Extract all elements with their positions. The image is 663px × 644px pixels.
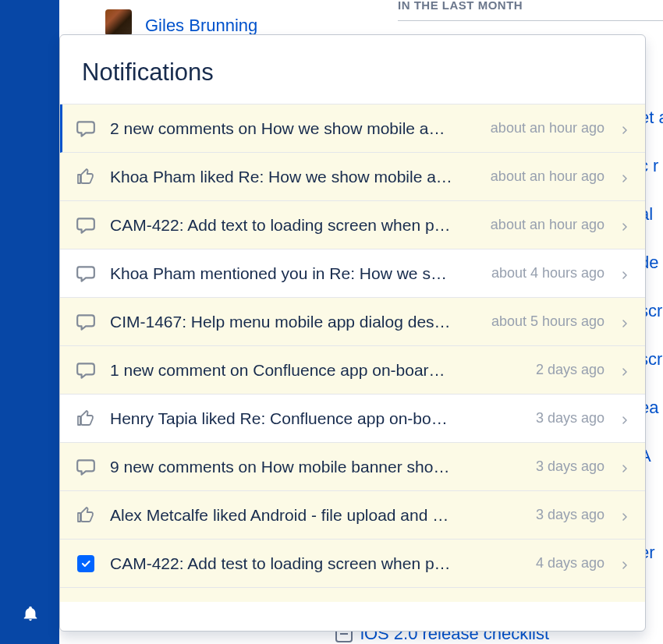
comment-icon: [76, 215, 96, 235]
notification-item[interactable]: CAM-422: Add text to loading screen when…: [60, 201, 645, 249]
section-header: IN THE LAST MONTH: [398, 0, 523, 12]
notification-time: 3 days ago: [536, 507, 620, 523]
notification-item[interactable]: [60, 588, 645, 602]
chevron-right-icon: [620, 462, 629, 472]
notifications-list: 2 new comments on How we show mobile a…a…: [60, 104, 645, 602]
notification-item[interactable]: Khoa Pham mentioned you in Re: How we s……: [60, 249, 645, 298]
notifications-panel: Notifications 2 new comments on How we s…: [59, 34, 646, 632]
comment-icon: [76, 312, 96, 332]
notification-item[interactable]: CAM-422: Add test to loading screen when…: [60, 540, 645, 588]
chevron-right-icon: [620, 172, 629, 182]
notification-time: about 4 hours ago: [491, 265, 620, 281]
chevron-right-icon: [620, 124, 629, 133]
comment-icon: [76, 264, 96, 284]
notification-time: about an hour ago: [491, 217, 620, 233]
notification-time: about an hour ago: [491, 168, 620, 185]
chevron-right-icon: [620, 269, 629, 278]
like-icon: [76, 505, 96, 525]
comment-icon: [76, 119, 96, 139]
comment-icon: [76, 457, 96, 477]
bell-icon[interactable]: [22, 605, 39, 622]
notification-text: Khoa Pham mentioned you in Re: How we s…: [110, 264, 491, 283]
avatar[interactable]: [105, 9, 132, 36]
notification-time: 2 days ago: [536, 362, 620, 378]
notification-item[interactable]: 2 new comments on How we show mobile a…a…: [60, 104, 645, 153]
notification-text: 9 new comments on How mobile banner sho…: [110, 458, 536, 476]
chevron-right-icon: [620, 559, 629, 568]
chevron-right-icon: [620, 511, 629, 520]
divider: [398, 20, 663, 21]
chevron-right-icon: [620, 414, 629, 423]
panel-title: Notifications: [60, 35, 645, 104]
notification-text: CAM-422: Add test to loading screen when…: [110, 554, 536, 573]
chevron-right-icon: [620, 317, 629, 327]
notification-text: CIM-1467: Help menu mobile app dialog de…: [110, 313, 491, 331]
notification-time: 3 days ago: [536, 410, 620, 426]
notification-text: Khoa Pham liked Re: How we show mobile a…: [110, 168, 491, 186]
notification-item[interactable]: 9 new comments on How mobile banner sho……: [60, 443, 645, 491]
notification-item[interactable]: Henry Tapia liked Re: Confluence app on-…: [60, 395, 645, 443]
like-icon: [76, 409, 96, 429]
notification-item[interactable]: 1 new comment on Confluence app on-boar……: [60, 346, 645, 395]
notification-time: about an hour ago: [491, 120, 620, 136]
notification-text: Alex Metcalfe liked Android - file uploa…: [110, 506, 536, 525]
notification-item[interactable]: Khoa Pham liked Re: How we show mobile a…: [60, 153, 645, 201]
notification-text: Henry Tapia liked Re: Confluence app on-…: [110, 409, 536, 428]
notification-item[interactable]: CIM-1467: Help menu mobile app dialog de…: [60, 298, 645, 346]
notification-text: 1 new comment on Confluence app on-boar…: [110, 361, 536, 380]
chevron-right-icon: [620, 221, 629, 230]
app-sidebar: [0, 0, 59, 644]
user-link[interactable]: Giles Brunning: [145, 16, 257, 36]
notification-time: about 5 hours ago: [491, 313, 620, 330]
notification-time: 3 days ago: [536, 458, 620, 475]
notification-text: CAM-422: Add text to loading screen when…: [110, 216, 491, 235]
comment-icon: [76, 360, 96, 380]
like-icon: [76, 167, 96, 187]
notification-time: 4 days ago: [536, 555, 620, 571]
task-done-icon: [76, 554, 96, 574]
notification-item[interactable]: Alex Metcalfe liked Android - file uploa…: [60, 491, 645, 540]
chevron-right-icon: [620, 366, 629, 375]
notification-text: 2 new comments on How we show mobile a…: [110, 119, 491, 138]
